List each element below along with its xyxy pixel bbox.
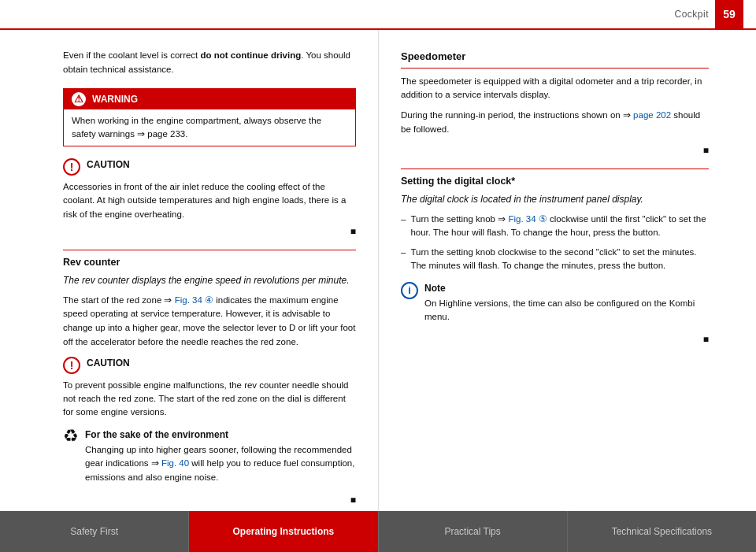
tab-safety-first[interactable]: Safety First [0, 511, 189, 552]
caution2-icon: ! [63, 357, 80, 374]
caution2-text: To prevent possible engine malfunctions,… [63, 379, 356, 420]
note-end-marker: ■ [401, 332, 709, 346]
caution1-content: CAUTION [87, 157, 130, 173]
environment-text: Changing up into higher gears sooner, fo… [85, 443, 356, 485]
caution1-end-marker: ■ [63, 224, 356, 239]
caution1-icon: ! [63, 158, 80, 176]
caution2-label: CAUTION [87, 356, 130, 370]
intro-text-part1: Even if the coolant level is correct [63, 50, 201, 60]
rev-counter-heading: Rev counter [63, 255, 356, 270]
rev-counter-body: The start of the red zone ⇒ Fig. 34 ④ in… [63, 294, 356, 350]
caution2-icon-symbol: ! [70, 360, 74, 371]
note-icon-symbol: i [408, 283, 411, 298]
intro-bold: do not continue driving [201, 50, 302, 60]
step2-text: Turn the setting knob clockwise to the s… [410, 246, 709, 273]
warning-body: When working in the engine compartment, … [64, 109, 355, 146]
footer-nav: Safety First Operating Instructions Prac… [0, 511, 756, 552]
caution1-label: CAUTION [87, 157, 130, 172]
caution2-content: CAUTION [87, 356, 130, 372]
env-end-marker: ■ [63, 493, 356, 507]
tab-technical-specifications-label: Technical Specifications [612, 526, 712, 537]
note-text: On Highline versions, the time can also … [424, 297, 709, 325]
tab-practical-tips[interactable]: Practical Tips [379, 511, 568, 552]
environment-icon: ♻ [63, 428, 79, 445]
rev-counter-italic: The rev counter displays the engine spee… [63, 273, 356, 287]
caution2-section: ! CAUTION [63, 356, 356, 374]
header: Cockpit 59 [0, 0, 756, 30]
step2-dash: – [401, 246, 406, 273]
caution1-section: ! CAUTION [63, 157, 356, 176]
header-page-info: Cockpit 59 [674, 0, 743, 28]
tab-operating-instructions-label: Operating Instructions [233, 526, 335, 537]
tab-technical-specifications[interactable]: Technical Specifications [568, 511, 756, 552]
digital-clock-italic: The digital clock is located in the inst… [401, 192, 709, 206]
tab-practical-tips-label: Practical Tips [444, 526, 500, 537]
speedometer-text1: The speedometer is equipped with a digit… [401, 75, 709, 103]
speedometer-end-marker: ■ [401, 143, 709, 157]
page-number: 59 [715, 0, 743, 28]
caution1-text: Accessories in front of the air inlet re… [63, 180, 356, 221]
step1-text: Turn the setting knob ⇒ Fig. 34 ⑤ clockw… [410, 213, 709, 240]
tab-operating-instructions[interactable]: Operating Instructions [189, 511, 378, 552]
note-label: Note [424, 281, 709, 295]
warning-label: WARNING [92, 92, 138, 106]
tab-safety-first-label: Safety First [70, 526, 118, 537]
warning-triangle-icon: ⚠ [74, 94, 83, 104]
warning-body-text: When working in the engine compartment, … [72, 116, 321, 139]
step1-dash: – [401, 213, 406, 240]
main-content: Even if the coolant level is correct do … [0, 30, 756, 511]
digital-clock-divider [401, 169, 709, 169]
speedometer-heading: Speedometer [401, 49, 709, 69]
note-icon: i [401, 282, 418, 299]
environment-section: ♻ For the sake of the environment Changi… [63, 428, 356, 491]
digital-clock-step1: – Turn the setting knob ⇒ Fig. 34 ⑤ cloc… [401, 213, 709, 240]
right-column: Speedometer The speedometer is equipped … [378, 30, 756, 511]
note-content: Note On Highline versions, the time can … [424, 281, 709, 332]
digital-clock-step2: – Turn the setting knob clockwise to the… [401, 246, 709, 273]
warning-box: ⚠ WARNING When working in the engine com… [63, 88, 356, 147]
warning-header: ⚠ WARNING [64, 89, 355, 109]
warning-icon: ⚠ [72, 92, 86, 106]
environment-content: For the sake of the environment Changing… [85, 428, 356, 491]
header-title: Cockpit [674, 9, 709, 20]
rev-counter-divider [63, 250, 356, 250]
intro-text: Even if the coolant level is correct do … [63, 49, 356, 77]
caution1-icon-symbol: ! [70, 161, 74, 172]
digital-clock-heading: Setting the digital clock* [401, 174, 709, 189]
environment-label: For the sake of the environment [85, 428, 356, 442]
left-column: Even if the coolant level is correct do … [0, 30, 378, 511]
speedometer-text2: During the running-in period, the instru… [401, 109, 709, 137]
note-section: i Note On Highline versions, the time ca… [401, 281, 709, 332]
